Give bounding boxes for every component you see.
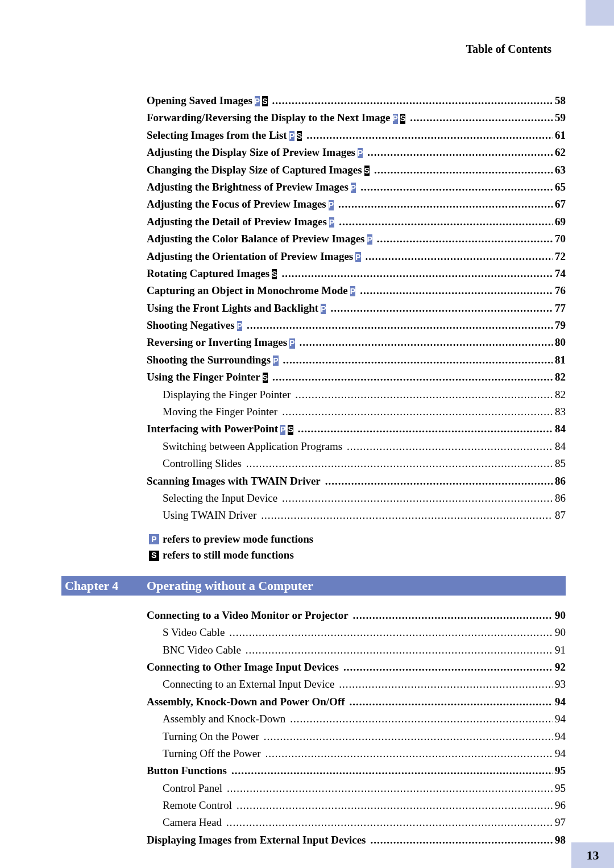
- p-badge-icon: P: [350, 286, 355, 296]
- toc-leader-dots: ........................................…: [377, 230, 553, 247]
- toc-entry: Connecting to an External Input Device..…: [147, 676, 566, 693]
- toc-entry: Shooting NegativesP.....................…: [147, 317, 566, 334]
- toc-entry-text: Button Functions: [147, 762, 227, 779]
- toc-entry: Interfacing with PowerPointPS...........…: [147, 420, 566, 437]
- toc-entry: Adjusting the Detail of Preview ImagesP.…: [147, 213, 566, 230]
- p-badge-icon: P: [329, 217, 334, 228]
- toc-content: Opening Saved ImagesPS..................…: [147, 92, 566, 849]
- toc-leader-dots: ........................................…: [246, 455, 553, 472]
- toc-entry-text: Adjusting the Focus of Preview Images: [147, 196, 326, 213]
- toc-entry: Changing the Display Size of Captured Im…: [147, 162, 566, 179]
- p-badge-icon: P: [255, 96, 260, 106]
- toc-entry-text: Adjusting the Detail of Preview Images: [147, 213, 327, 230]
- toc-entry: Capturing an Object in Monochrome ModeP.…: [147, 282, 566, 299]
- toc-entry-text: Connecting to a Video Monitor or Project…: [147, 607, 349, 624]
- toc-entry-page: 82: [555, 386, 566, 403]
- toc-entry-text: Adjusting the Color Balance of Preview I…: [147, 230, 365, 247]
- p-badge-icon: P: [149, 534, 159, 544]
- toc-entry-page: 84: [555, 438, 566, 455]
- toc-entry: Scanning Images with TWAIN Driver.......…: [147, 473, 566, 490]
- toc-entry-page: 70: [555, 230, 566, 247]
- toc-entry: Remote Control..........................…: [147, 797, 566, 814]
- s-badge-icon: S: [149, 551, 159, 561]
- toc-entry: Connecting to a Video Monitor or Project…: [147, 607, 566, 624]
- page-number-text: 13: [587, 848, 599, 863]
- toc-leader-dots: ........................................…: [325, 473, 553, 490]
- toc-entry-text: Using the Finger Pointer: [147, 369, 260, 386]
- toc-entry: Opening Saved ImagesPS..................…: [147, 92, 566, 109]
- toc-leader-dots: ........................................…: [360, 282, 553, 299]
- toc-entry-text: Shooting the Surroundings: [147, 352, 271, 369]
- legend-s: S refers to still mode functions: [147, 547, 566, 564]
- toc-entry: Forwarding/Reversing the Display to the …: [147, 109, 566, 126]
- toc-entry: Camera Head.............................…: [147, 814, 566, 831]
- toc-entry: Adjusting the Color Balance of Preview I…: [147, 230, 566, 247]
- toc-entry: Turning Off the Power...................…: [147, 745, 566, 762]
- p-badge-icon: P: [280, 425, 285, 435]
- toc-entry-text: Remote Control: [163, 797, 232, 814]
- toc-entry-text: Moving the Finger Pointer: [163, 403, 277, 420]
- toc-entry: Adjusting the Display Size of Preview Im…: [147, 144, 566, 161]
- toc-leader-dots: ........................................…: [272, 369, 553, 386]
- toc-entry-text: Changing the Display Size of Captured Im…: [147, 162, 362, 179]
- toc-section-2: Connecting to a Video Monitor or Project…: [147, 607, 566, 849]
- toc-entry-page: 81: [555, 352, 566, 369]
- toc-entry-text: BNC Video Cable: [163, 642, 241, 659]
- toc-entry: Controlling Slides......................…: [147, 455, 566, 472]
- toc-entry-text: Assembly, Knock-Down and Power On/Off: [147, 693, 345, 710]
- toc-entry-page: 74: [555, 265, 566, 282]
- toc-leader-dots: ........................................…: [281, 265, 553, 282]
- toc-entry-text: Forwarding/Reversing the Display to the …: [147, 109, 391, 126]
- toc-entry: Using the Front Lights and BacklightP...…: [147, 300, 566, 317]
- toc-entry-page: 87: [555, 507, 566, 524]
- s-badge-icon: S: [297, 131, 302, 141]
- toc-entry-page: 93: [555, 676, 566, 693]
- toc-entry-page: 96: [555, 797, 566, 814]
- toc-entry: Selecting Images from the ListPS........…: [147, 127, 566, 144]
- toc-entry-text: Scanning Images with TWAIN Driver: [147, 473, 321, 490]
- toc-entry: Control Panel...........................…: [147, 780, 566, 797]
- toc-leader-dots: ........................................…: [231, 762, 553, 779]
- toc-entry: Shooting the SurroundingsP..............…: [147, 352, 566, 369]
- toc-leader-dots: ........................................…: [339, 676, 553, 693]
- toc-entry-page: 94: [555, 728, 566, 745]
- toc-leader-dots: ........................................…: [338, 196, 553, 213]
- toc-entry-page: 61: [555, 127, 566, 144]
- toc-entry: Turning On the Power....................…: [147, 728, 566, 745]
- toc-leader-dots: ........................................…: [265, 745, 553, 762]
- toc-entry-page: 58: [555, 92, 566, 109]
- toc-entry-text: Control Panel: [163, 780, 222, 797]
- toc-entry-page: 95: [555, 780, 566, 797]
- toc-entry: Reversing or Inverting ImagesP..........…: [147, 334, 566, 351]
- toc-entry: BNC Video Cable.........................…: [147, 642, 566, 659]
- toc-leader-dots: ........................................…: [353, 607, 553, 624]
- toc-section-1: Opening Saved ImagesPS..................…: [147, 92, 566, 524]
- toc-entry-text: Shooting Negatives: [147, 317, 235, 334]
- toc-entry-text: Displaying Images from External Input De…: [147, 832, 366, 849]
- legend-s-text: refers to still mode functions: [163, 547, 294, 564]
- toc-entry: Selecting the Input Device..............…: [147, 490, 566, 507]
- toc-leader-dots: ........................................…: [290, 710, 553, 728]
- toc-entry-page: 82: [555, 369, 566, 386]
- chapter-label: Chapter 4: [65, 578, 147, 593]
- toc-entry-text: Capturing an Object in Monochrome Mode: [147, 282, 348, 299]
- toc-entry-page: 62: [555, 144, 566, 161]
- toc-entry: Rotating Captured ImagesS...............…: [147, 265, 566, 282]
- side-tab: [586, 0, 614, 26]
- toc-entry: Displaying Images from External Input De…: [147, 832, 566, 849]
- p-badge-icon: P: [351, 183, 356, 193]
- p-badge-icon: P: [393, 114, 398, 124]
- toc-entry-text: Using TWAIN Driver: [163, 507, 256, 524]
- p-badge-icon: P: [321, 304, 326, 314]
- toc-leader-dots: ........................................…: [300, 334, 553, 351]
- toc-entry-page: 97: [555, 814, 566, 831]
- toc-entry-page: 90: [555, 607, 566, 624]
- legend-p-text: refers to preview mode functions: [163, 531, 313, 548]
- toc-leader-dots: ........................................…: [306, 127, 553, 144]
- toc-entry-text: Reversing or Inverting Images: [147, 334, 287, 351]
- toc-entry-text: Interfacing with PowerPoint: [147, 420, 278, 437]
- toc-entry: Using the Finger PointerS...............…: [147, 369, 566, 386]
- toc-entry: S Video Cable...........................…: [147, 624, 566, 641]
- toc-entry-text: Displaying the Finger Pointer: [163, 386, 291, 403]
- toc-leader-dots: ........................................…: [347, 438, 553, 455]
